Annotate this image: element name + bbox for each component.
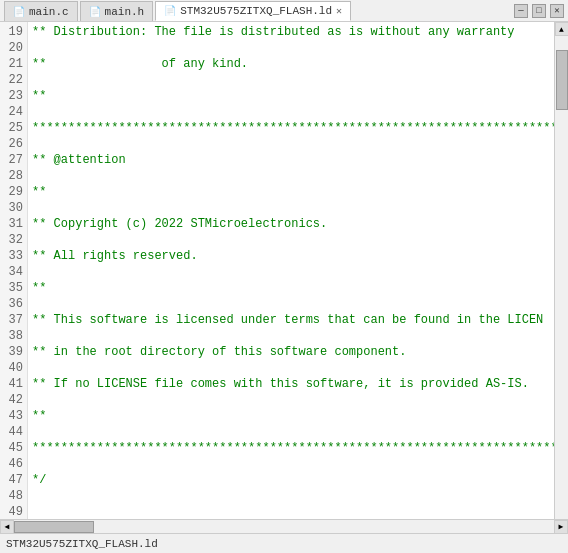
code-line-21: ** xyxy=(32,88,550,104)
line-number-44: 44 xyxy=(2,424,23,440)
title-bar: 📄 main.c 📄 main.h 📄 STM32U575ZITXQ_FLASH… xyxy=(0,0,568,22)
code-content: 19 20 21 22 23 24 25 26 27 28 29 30 31 3… xyxy=(0,22,554,519)
tab-label-flash-ld: STM32U575ZITXQ_FLASH.ld xyxy=(180,5,332,17)
code-line-30: ** If no LICENSE file comes with this so… xyxy=(32,376,550,392)
line-number-27: 27 xyxy=(2,152,23,168)
line-number-36: 36 xyxy=(2,296,23,312)
line-number-48: 48 xyxy=(2,488,23,504)
code-line-25: ** Copyright (c) 2022 STMicroelectronics… xyxy=(32,216,550,232)
vertical-scrollbar[interactable]: ▲ xyxy=(554,22,568,519)
line-number-30: 30 xyxy=(2,200,23,216)
tab-icon-ld: 📄 xyxy=(164,5,176,17)
tab-label-main-c: main.c xyxy=(29,6,69,18)
line-number-39: 39 xyxy=(2,344,23,360)
code-line-34 xyxy=(32,504,550,519)
line-number-22: 22 xyxy=(2,72,23,88)
close-button[interactable]: ✕ xyxy=(550,4,564,18)
line-number-19: 19 xyxy=(2,24,23,40)
code-lines[interactable]: ** Distribution: The file is distributed… xyxy=(28,22,554,519)
code-line-24: ** xyxy=(32,184,550,200)
tab-close-icon[interactable]: ✕ xyxy=(336,5,342,17)
tab-icon-c: 📄 xyxy=(13,6,25,18)
line-number-25: 25 xyxy=(2,120,23,136)
line-number-32: 32 xyxy=(2,232,23,248)
code-line-22: ****************************************… xyxy=(32,120,550,136)
line-number-34: 34 xyxy=(2,264,23,280)
tab-bar: 📄 main.c 📄 main.h 📄 STM32U575ZITXQ_FLASH… xyxy=(4,0,353,21)
code-scroll-area: 19 20 21 22 23 24 25 26 27 28 29 30 31 3… xyxy=(0,22,568,519)
line-number-40: 40 xyxy=(2,360,23,376)
line-number-29: 29 xyxy=(2,184,23,200)
line-number-35: 35 xyxy=(2,280,23,296)
code-line-29: ** in the root directory of this softwar… xyxy=(32,344,550,360)
line-number-42: 42 xyxy=(2,392,23,408)
line-number-37: 37 xyxy=(2,312,23,328)
scroll-thumb-v[interactable] xyxy=(556,50,568,110)
line-number-28: 28 xyxy=(2,168,23,184)
maximize-button[interactable]: □ xyxy=(532,4,546,18)
status-bar: STM32U575ZITXQ_FLASH.ld xyxy=(0,533,568,553)
line-number-23: 23 xyxy=(2,88,23,104)
tab-label-main-h: main.h xyxy=(105,6,145,18)
line-number-21: 21 xyxy=(2,56,23,72)
line-number-49: 49 xyxy=(2,504,23,519)
scroll-up-arrow[interactable]: ▲ xyxy=(555,22,569,36)
line-number-20: 20 xyxy=(2,40,23,56)
tab-flash-ld[interactable]: 📄 STM32U575ZITXQ_FLASH.ld ✕ xyxy=(155,1,351,21)
tab-icon-h: 📄 xyxy=(89,6,101,18)
scroll-thumb-h[interactable] xyxy=(14,521,94,533)
scroll-track-h xyxy=(14,521,554,533)
status-text: STM32U575ZITXQ_FLASH.ld xyxy=(6,538,158,550)
line-number-38: 38 xyxy=(2,328,23,344)
line-number-26: 26 xyxy=(2,136,23,152)
code-line-27: ** xyxy=(32,280,550,296)
code-line-32: ****************************************… xyxy=(32,440,550,456)
code-line-19: ** Distribution: The file is distributed… xyxy=(32,24,550,40)
line-number-47: 47 xyxy=(2,472,23,488)
code-line-23: ** @attention xyxy=(32,152,550,168)
code-line-33: */ xyxy=(32,472,550,488)
line-numbers: 19 20 21 22 23 24 25 26 27 28 29 30 31 3… xyxy=(0,22,28,519)
code-container: 19 20 21 22 23 24 25 26 27 28 29 30 31 3… xyxy=(0,22,568,533)
code-line-31: ** xyxy=(32,408,550,424)
line-number-45: 45 xyxy=(2,440,23,456)
line-number-43: 43 xyxy=(2,408,23,424)
line-number-31: 31 xyxy=(2,216,23,232)
line-number-41: 41 xyxy=(2,376,23,392)
scroll-right-arrow[interactable]: ▶ xyxy=(554,520,568,534)
window-controls: ─ □ ✕ xyxy=(514,4,564,18)
line-number-24: 24 xyxy=(2,104,23,120)
code-line-20: ** of any kind. xyxy=(32,56,550,72)
code-line-26: ** All rights reserved. xyxy=(32,248,550,264)
horizontal-scrollbar[interactable]: ◀ ▶ xyxy=(0,519,568,533)
scroll-left-arrow[interactable]: ◀ xyxy=(0,520,14,534)
minimize-button[interactable]: ─ xyxy=(514,4,528,18)
line-number-46: 46 xyxy=(2,456,23,472)
tab-main-c[interactable]: 📄 main.c xyxy=(4,1,78,21)
tab-main-h[interactable]: 📄 main.h xyxy=(80,1,154,21)
line-number-33: 33 xyxy=(2,248,23,264)
code-line-28: ** This software is licensed under terms… xyxy=(32,312,550,328)
